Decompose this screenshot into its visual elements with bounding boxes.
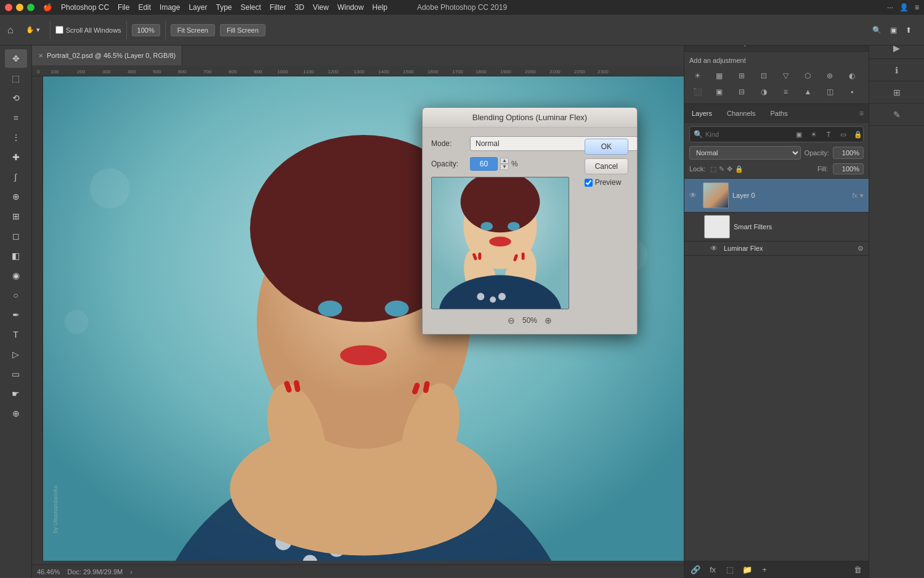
menu-file[interactable]: File xyxy=(118,3,129,12)
luminar-settings-icon[interactable]: ⚙ xyxy=(857,245,864,253)
lock-position-icon[interactable]: ✎ xyxy=(719,165,724,173)
blend-mode-select[interactable]: Normal xyxy=(689,146,801,160)
luminar-flex-item[interactable]: 👁 Luminar Flex ⚙ xyxy=(684,242,869,256)
document-tab[interactable]: ✕ Portrait_02.psd @ 46.5% (Layer 0, RGB/… xyxy=(32,46,182,65)
vibrance-adj[interactable]: ▽ xyxy=(778,69,794,83)
link-layers-button[interactable]: 🔗 xyxy=(689,564,702,576)
selective-color-adj[interactable]: ▪ xyxy=(844,85,860,99)
arrange-icon[interactable]: ▣ xyxy=(890,26,897,35)
cancel-button[interactable]: Cancel xyxy=(585,158,628,174)
channels-tab-btn[interactable]: Channels xyxy=(719,107,763,120)
exposure-adj[interactable]: ⊡ xyxy=(756,69,772,83)
dodge-tool[interactable]: ○ xyxy=(5,286,27,304)
fill-value-display[interactable]: 100% xyxy=(833,163,864,174)
share-icon[interactable]: ⬆ xyxy=(906,26,912,35)
maximize-button[interactable] xyxy=(27,4,34,11)
pixel-filter-icon[interactable]: ▣ xyxy=(793,129,805,140)
type-filter-icon[interactable]: T xyxy=(822,129,835,140)
info-outer-icon[interactable]: ℹ xyxy=(869,59,924,81)
menu-image[interactable]: Image xyxy=(160,3,180,12)
hue-saturation-adj[interactable]: ⬡ xyxy=(800,69,816,83)
expand-arrow[interactable]: › xyxy=(130,568,132,576)
minimize-button[interactable] xyxy=(16,4,23,11)
levels-adj[interactable]: ▦ xyxy=(711,69,727,83)
add-mask-button[interactable]: ⬚ xyxy=(724,564,736,576)
move-tool[interactable]: ✥ xyxy=(5,49,27,68)
fit-screen-button[interactable]: Fit Screen xyxy=(171,24,215,36)
layers-search-row[interactable]: 🔍 ▣ ☀ T ▭ 🔒 xyxy=(689,126,864,142)
gradient-map-adj[interactable]: ◫ xyxy=(822,85,838,99)
new-group-button[interactable]: 📁 xyxy=(741,564,753,576)
menu-view[interactable]: View xyxy=(313,3,329,12)
color-lookup-adj[interactable]: ⊟ xyxy=(734,85,750,99)
threshold-adj[interactable]: ▲ xyxy=(800,85,816,99)
close-button[interactable] xyxy=(5,4,12,11)
clone-tool[interactable]: ⊕ xyxy=(5,187,27,206)
path-tool[interactable]: ▷ xyxy=(5,345,27,364)
layers-kind-search[interactable] xyxy=(705,131,790,138)
menu-window[interactable]: Window xyxy=(338,3,364,12)
curves-adj[interactable]: ⊞ xyxy=(734,69,750,83)
color-balance-adj[interactable]: ⊛ xyxy=(822,69,838,83)
brightness-contrast-adj[interactable]: ☀ xyxy=(689,69,705,83)
menu-edit[interactable]: Edit xyxy=(138,3,151,12)
lock-artboard-icon[interactable]: ✥ xyxy=(727,165,732,173)
search-icon[interactable]: 🔍 xyxy=(872,26,881,35)
blur-tool[interactable]: ◉ xyxy=(5,266,27,285)
lock-pixels-icon[interactable]: ⬚ xyxy=(710,165,716,173)
hand-tool-button[interactable]: ✋ ▾ xyxy=(21,23,45,36)
opacity-input[interactable] xyxy=(470,157,498,171)
pen-tool[interactable]: ✒ xyxy=(5,306,27,324)
hand-tool[interactable]: ☛ xyxy=(5,385,27,403)
layers-outer-icon[interactable]: ⊞ xyxy=(869,81,924,104)
opacity-down-btn[interactable]: ▼ xyxy=(500,164,509,170)
add-style-button[interactable]: fx xyxy=(707,564,719,576)
bw-adj[interactable]: ◐ xyxy=(844,69,860,83)
new-layer-button[interactable]: + xyxy=(758,564,771,576)
posterize-adj[interactable]: ≡ xyxy=(778,85,794,99)
invert-adj[interactable]: ◑ xyxy=(756,85,772,99)
home-button[interactable]: ⌂ xyxy=(5,22,16,38)
eraser-tool[interactable]: ◻ xyxy=(5,227,27,245)
menu-filter[interactable]: Filter xyxy=(270,3,286,12)
lasso-tool[interactable]: ⟲ xyxy=(5,89,27,107)
layers-panel-menu-icon[interactable]: ≡ xyxy=(854,107,869,120)
luminar-eye[interactable]: 👁 xyxy=(710,244,720,253)
shape-tool[interactable]: ▭ xyxy=(5,365,27,383)
scroll-all-checkbox[interactable] xyxy=(55,26,63,34)
shape-filter-icon[interactable]: ▭ xyxy=(837,129,849,140)
healing-tool[interactable]: ✚ xyxy=(5,148,27,166)
preview-checkbox-row[interactable]: Preview xyxy=(585,178,628,187)
fill-screen-button[interactable]: Fill Screen xyxy=(220,24,265,36)
adjust-filter-icon[interactable]: ☀ xyxy=(808,129,820,140)
opacity-value-display[interactable]: 100% xyxy=(833,147,864,159)
opacity-up-btn[interactable]: ▲ xyxy=(500,158,509,164)
brush-tool[interactable]: ∫ xyxy=(5,168,27,186)
smart-filters-item[interactable]: Smart Filters xyxy=(684,213,869,242)
gradient-tool[interactable]: ◧ xyxy=(5,246,27,265)
zoom-in-btn[interactable]: ⊕ xyxy=(545,315,552,325)
smart-filter-icon[interactable]: 🔒 xyxy=(852,129,864,140)
history-tool[interactable]: ⊞ xyxy=(5,207,27,226)
scroll-all-windows-label[interactable]: Scroll All Windows xyxy=(55,26,121,34)
ok-button[interactable]: OK xyxy=(585,139,628,155)
menu-type[interactable]: Type xyxy=(216,3,232,12)
lock-all-icon[interactable]: 🔒 xyxy=(735,165,744,173)
text-tool[interactable]: T xyxy=(5,325,27,344)
photo-filter-adj[interactable]: ⬛ xyxy=(689,85,705,99)
eyedropper-tool[interactable]: ⋮ xyxy=(5,128,27,147)
paths-tab-btn[interactable]: Paths xyxy=(763,107,795,120)
apple-menu[interactable]: 🍎 xyxy=(43,3,52,12)
menu-help[interactable]: Help xyxy=(372,3,387,12)
menu-3d[interactable]: 3D xyxy=(295,3,304,12)
zoom-out-btn[interactable]: ⊖ xyxy=(508,315,515,325)
layer-0-item[interactable]: 👁 Layer 0 fx ▾ xyxy=(684,179,869,213)
layer-0-expand-icon[interactable]: ▾ xyxy=(860,192,864,200)
menu-layer[interactable]: Layer xyxy=(188,3,207,12)
menu-photoshop[interactable]: Photoshop CC xyxy=(61,3,109,12)
dialog-title-bar[interactable]: Blending Options (Luminar Flex) xyxy=(423,108,637,128)
channel-mixer-adj[interactable]: ▣ xyxy=(711,85,727,99)
doc-close-button[interactable]: ✕ xyxy=(38,52,43,59)
preview-checkbox[interactable] xyxy=(585,179,593,187)
zoom-tool[interactable]: ⊕ xyxy=(5,404,27,423)
